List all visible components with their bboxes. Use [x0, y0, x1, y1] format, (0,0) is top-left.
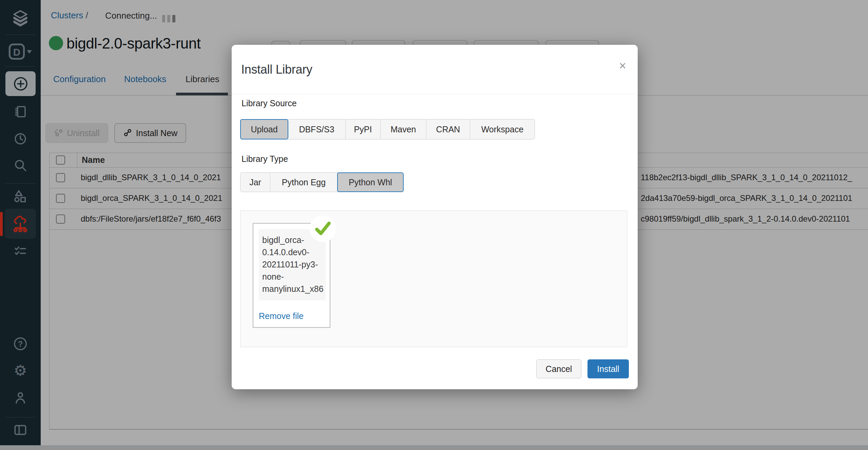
- library-source-group: Upload DBFS/S3 PyPI Maven CRAN Workspace: [240, 119, 535, 139]
- cancel-button[interactable]: Cancel: [536, 359, 581, 378]
- source-option-maven[interactable]: Maven: [381, 119, 426, 139]
- library-type-group: Jar Python Egg Python Whl: [240, 172, 404, 192]
- source-option-pypi[interactable]: PyPI: [346, 119, 381, 139]
- type-option-python-egg[interactable]: Python Egg: [270, 173, 337, 192]
- library-source-label: Library Source: [242, 98, 297, 108]
- type-option-python-whl[interactable]: Python Whl: [337, 172, 404, 192]
- source-option-dbfs-s3[interactable]: DBFS/S3: [288, 119, 346, 139]
- modal-title: Install Library: [241, 62, 312, 77]
- close-icon[interactable]: ×: [619, 60, 626, 72]
- type-option-jar[interactable]: Jar: [240, 173, 270, 192]
- library-type-label: Library Type: [242, 154, 288, 164]
- modal-header-divider: [232, 94, 638, 94]
- uploaded-file-card: bigdl_orca- 0.14.0.dev0- 20211011-py3- n…: [253, 223, 330, 328]
- remove-file-link[interactable]: Remove file: [259, 311, 304, 321]
- upload-success-check-icon: [310, 215, 336, 242]
- source-option-upload[interactable]: Upload: [240, 119, 288, 139]
- install-button[interactable]: Install: [587, 359, 629, 378]
- source-option-workspace[interactable]: Workspace: [470, 119, 535, 139]
- file-dropzone[interactable]: bigdl_orca- 0.14.0.dev0- 20211011-py3- n…: [240, 210, 627, 347]
- install-library-modal: Install Library × Library Source Upload …: [232, 45, 638, 389]
- source-option-cran[interactable]: CRAN: [426, 119, 470, 139]
